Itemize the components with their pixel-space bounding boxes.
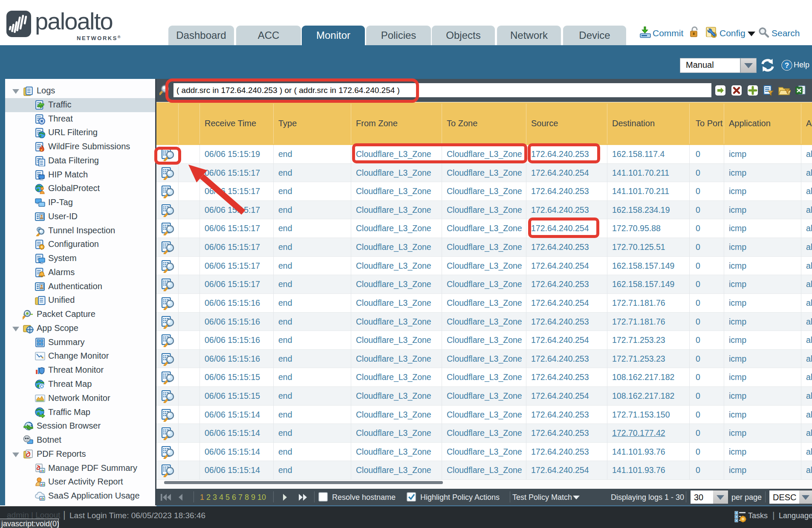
svg-text:?: ? <box>785 61 789 70</box>
